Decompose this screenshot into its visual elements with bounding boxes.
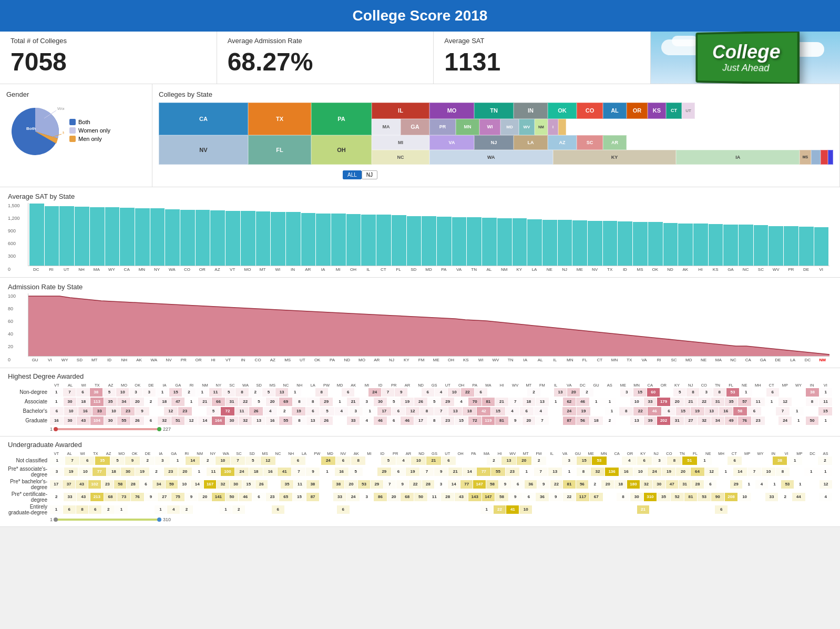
hm-cell-51[interactable]: 6 (704, 480, 716, 489)
hm-cell-12[interactable]: 7 (231, 456, 245, 465)
hm-cell-40[interactable] (572, 505, 585, 514)
hm-cell-29[interactable] (428, 505, 441, 514)
hm-cell-21[interactable] (324, 505, 336, 514)
hm-cell-28[interactable] (415, 505, 428, 514)
hm-cell-17[interactable]: 13 (275, 388, 288, 397)
sat-bar-or[interactable] (196, 210, 210, 266)
hm-cell-43[interactable] (611, 505, 623, 514)
hm-cell-30[interactable]: 10 (448, 388, 460, 397)
hm-cell-22[interactable]: 33 (347, 417, 360, 425)
hm-cell-6[interactable]: 20 (131, 398, 144, 406)
hm-cell-30[interactable]: 15 (455, 417, 468, 425)
hm-cell-12[interactable]: 72 (221, 407, 234, 415)
hm-cell-51[interactable]: 6 (715, 505, 728, 514)
hm-cell-30[interactable]: 43 (455, 493, 468, 501)
hm-cell-48[interactable]: 8 (687, 388, 699, 397)
hm-cell-36[interactable]: 2 (527, 388, 540, 397)
hm-cell-18[interactable]: 6 (306, 407, 320, 415)
hm-cell-41[interactable]: 8 (667, 456, 682, 465)
hm-cell-33[interactable]: 1 (480, 505, 493, 514)
hm-cell-49[interactable] (689, 505, 702, 514)
hm-cell-37[interactable]: 9 (549, 493, 562, 501)
hm-cell-42[interactable]: 51 (682, 456, 697, 465)
sat-bar-pa[interactable] (437, 217, 452, 266)
hm-cell-15[interactable]: 6 (252, 493, 265, 501)
hm-cell-52[interactable] (717, 480, 729, 489)
hm-cell-33[interactable] (488, 388, 500, 397)
hm-cell-4[interactable]: 18 (107, 468, 120, 476)
hm-cell-54[interactable]: 15 (818, 407, 832, 415)
hm-cell-53[interactable]: 29 (730, 480, 742, 489)
hm-cell-13[interactable]: 5 (222, 388, 235, 397)
hm-cell-38[interactable]: 22 (563, 493, 576, 501)
hm-cell-45[interactable]: 19 (691, 407, 704, 415)
hm-cell-19[interactable]: 1 (320, 468, 334, 476)
hm-cell-36[interactable]: 1 (562, 468, 576, 476)
hm-cell-54[interactable]: 1 (818, 468, 832, 476)
sat-bar-ks[interactable] (709, 224, 723, 266)
hm-cell-13[interactable]: 50 (226, 493, 239, 501)
hm-cell-32[interactable]: 119 (482, 417, 495, 425)
sat-bar-fl[interactable] (392, 215, 406, 265)
hm-cell-30[interactable]: 42 (477, 407, 490, 415)
sat-bar-ri[interactable] (45, 206, 59, 266)
hm-cell-4[interactable]: 10 (107, 407, 120, 415)
hm-cell-24[interactable] (363, 505, 376, 514)
hm-cell-1[interactable]: 30 (64, 417, 77, 425)
hm-cell-6[interactable]: 28 (127, 480, 139, 489)
sat-bar-mn[interactable] (135, 208, 150, 265)
hm-cell-10[interactable]: 12 (185, 417, 198, 425)
tm-ms[interactable]: MS (800, 150, 811, 165)
hm-cell-32[interactable]: 147 (482, 493, 495, 501)
hm-cell-11[interactable]: 14 (191, 480, 203, 489)
hm-cell-19[interactable] (298, 505, 310, 514)
hm-cell-20[interactable]: 38 (306, 480, 319, 489)
tm-ia[interactable]: IA (676, 150, 800, 165)
hm-cell-10[interactable]: 2 (180, 505, 193, 514)
hm-cell-57[interactable]: 11 (819, 398, 832, 406)
hm-cell-34[interactable]: 3 (562, 456, 577, 465)
hm-cell-31[interactable]: 22 (461, 388, 474, 397)
hm-cell-28[interactable]: 6 (422, 388, 434, 397)
hm-cell-0[interactable]: 2 (50, 493, 63, 501)
hm-cell-15[interactable] (245, 505, 258, 514)
hm-cell-38[interactable]: 32 (591, 468, 605, 476)
hm-cell-39[interactable] (559, 505, 571, 514)
hm-cell-3[interactable]: 6 (89, 505, 101, 514)
hm-cell-44[interactable]: 18 (614, 480, 627, 489)
hm-cell-12[interactable] (207, 505, 219, 514)
hm-cell-3[interactable]: 77 (93, 468, 106, 476)
hm-cell-48[interactable] (676, 505, 689, 514)
hm-cell-44[interactable] (712, 456, 727, 465)
hm-cell-1[interactable]: 30 (64, 398, 77, 406)
hm-cell-40[interactable]: 67 (590, 493, 603, 501)
hm-cell-16[interactable]: 26 (255, 480, 268, 489)
tm-ks[interactable]: KS (648, 103, 666, 119)
hm-cell-44[interactable]: 15 (633, 388, 646, 397)
hm-cell-1[interactable]: 33 (64, 493, 77, 501)
hm-cell-46[interactable] (742, 456, 757, 465)
hm-cell-11[interactable]: 5 (207, 407, 220, 415)
hm-cell-11[interactable]: 20 (198, 493, 211, 501)
sat-bar-vi[interactable] (814, 227, 829, 266)
hm-cell-53[interactable] (804, 407, 818, 415)
hm-cell-9[interactable]: 14 (186, 456, 200, 465)
hm-cell-7[interactable]: 3 (155, 456, 170, 465)
hm-cell-7[interactable]: 6 (145, 417, 158, 425)
hm-cell-15[interactable] (276, 456, 291, 465)
sat-bar-al[interactable] (482, 218, 497, 265)
hm-cell-56[interactable]: 8 (806, 398, 819, 406)
hm-cell-20[interactable]: 4 (335, 407, 349, 415)
hm-cell-53[interactable]: 1 (765, 398, 778, 406)
hm-cell-31[interactable]: 14 (448, 480, 460, 489)
hm-cell-6[interactable]: 19 (135, 468, 149, 476)
sat-bar-ga[interactable] (723, 225, 738, 265)
hm-cell-45[interactable]: 60 (647, 388, 660, 397)
sat-bar-tx[interactable] (603, 221, 618, 265)
hm-cell-15[interactable]: 16 (263, 468, 277, 476)
hm-cell-27[interactable]: 9 (434, 468, 448, 476)
tm-ca[interactable]: CA (159, 103, 248, 135)
hm-cell-43[interactable]: 1 (698, 456, 712, 465)
tm-al[interactable]: AL (603, 103, 627, 119)
hm-cell-51[interactable]: 7 (776, 407, 790, 415)
